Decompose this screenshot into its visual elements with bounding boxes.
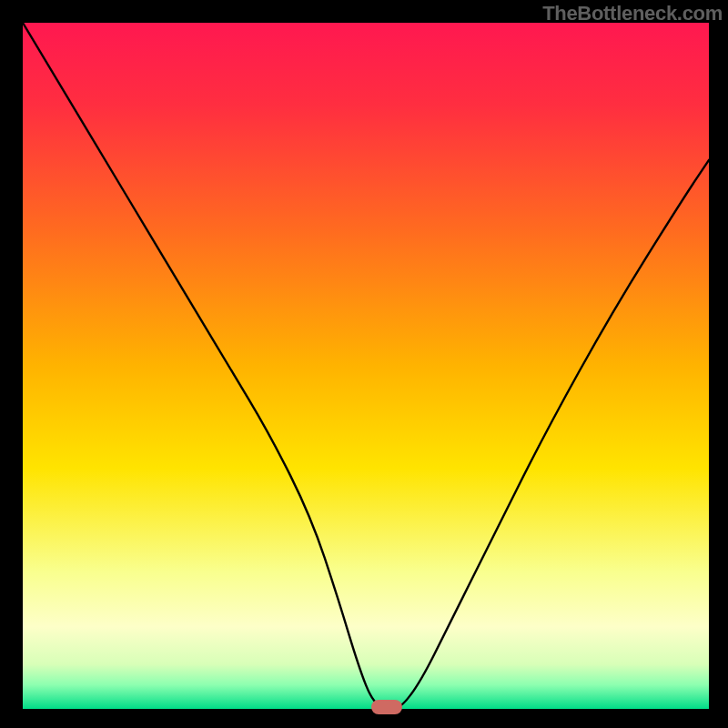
watermark-text: TheBottleneck.com [542,0,728,25]
curve-layer [23,23,709,709]
optimal-marker [371,700,402,714]
plot-area [23,23,709,709]
chart-frame: TheBottleneck.com [0,0,728,728]
bottleneck-curve [23,23,709,709]
